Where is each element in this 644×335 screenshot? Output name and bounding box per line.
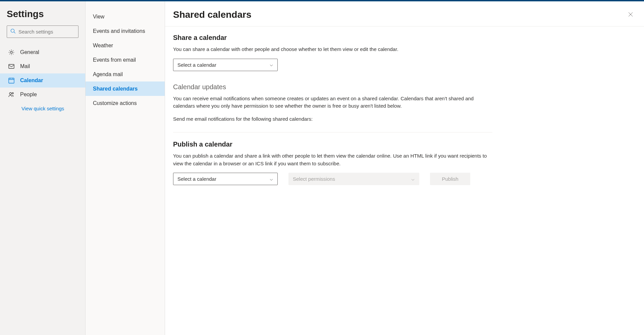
- close-button[interactable]: [625, 9, 636, 20]
- calendar-subnav: View Events and invitations Weather Even…: [86, 9, 165, 110]
- nav-people[interactable]: People: [0, 88, 85, 102]
- view-quick-settings-link[interactable]: View quick settings: [0, 102, 85, 115]
- subnav-customize-actions[interactable]: Customize actions: [86, 96, 165, 110]
- chevron-down-icon: [269, 177, 273, 181]
- dropdown-label: Select a calendar: [177, 176, 216, 182]
- subnav-label: Customize actions: [93, 100, 137, 106]
- dropdown-label: Select a calendar: [177, 62, 216, 68]
- share-calendar-section: Share a calendar You can share a calenda…: [173, 34, 492, 71]
- nav-calendar[interactable]: Calendar: [0, 73, 85, 88]
- subnav-events-invitations[interactable]: Events and invitations: [86, 24, 165, 38]
- dropdown-label: Select permissions: [293, 176, 335, 182]
- settings-app: Settings General Mail: [0, 1, 644, 335]
- nav-label: Calendar: [20, 77, 43, 83]
- search-icon: [10, 29, 18, 35]
- nav-label: People: [20, 92, 37, 98]
- publish-calendar-section: Publish a calendar You can publish a cal…: [173, 141, 492, 185]
- content-body: Share a calendar You can share a calenda…: [165, 26, 500, 205]
- calendar-icon: [8, 77, 15, 84]
- page-title: Shared calendars: [173, 9, 251, 20]
- publish-controls-row: Select a calendar Select permissions Pub…: [173, 173, 492, 185]
- subnav-label: Shared calendars: [93, 86, 138, 92]
- content-header: Shared calendars: [165, 1, 644, 26]
- gear-icon: [8, 49, 15, 56]
- subnav-weather[interactable]: Weather: [86, 38, 165, 53]
- svg-point-0: [10, 51, 12, 53]
- share-description: You can share a calendar with other peop…: [173, 46, 492, 53]
- subnav-label: Weather: [93, 43, 113, 49]
- publish-description: You can publish a calendar and share a l…: [173, 152, 492, 167]
- calendar-updates-section: Calendar updates You can receive email n…: [173, 83, 492, 123]
- subnav-label: Events from email: [93, 57, 136, 63]
- close-icon: [628, 12, 633, 18]
- settings-subnav-pane: View Events and invitations Weather Even…: [86, 1, 165, 335]
- subnav-label: View: [93, 14, 104, 20]
- updates-prompt: Send me email notifications for the foll…: [173, 115, 492, 123]
- settings-left-pane: Settings General Mail: [0, 1, 86, 335]
- settings-title: Settings: [0, 9, 85, 25]
- chevron-down-icon: [269, 63, 273, 67]
- settings-nav: General Mail Calendar People: [0, 45, 85, 102]
- settings-content-pane: Shared calendars Share a calendar You ca…: [165, 1, 644, 335]
- people-icon: [8, 91, 15, 98]
- updates-description: You can receive email notifications when…: [173, 95, 492, 110]
- svg-rect-1: [9, 64, 14, 68]
- nav-mail[interactable]: Mail: [0, 59, 85, 73]
- subnav-label: Events and invitations: [93, 28, 145, 34]
- mail-icon: [8, 63, 15, 70]
- subnav-label: Agenda mail: [93, 71, 123, 77]
- nav-label: General: [20, 49, 39, 55]
- section-divider: [173, 132, 492, 132]
- subnav-agenda-mail[interactable]: Agenda mail: [86, 67, 165, 81]
- publish-heading: Publish a calendar: [173, 141, 492, 148]
- nav-label: Mail: [20, 63, 30, 69]
- share-heading: Share a calendar: [173, 34, 492, 42]
- svg-rect-2: [9, 78, 14, 83]
- updates-heading: Calendar updates: [173, 83, 492, 91]
- chevron-down-icon: [411, 177, 415, 181]
- svg-point-4: [12, 93, 13, 94]
- subnav-events-from-email[interactable]: Events from email: [86, 53, 165, 67]
- search-settings-input[interactable]: [18, 29, 82, 35]
- publish-select-calendar-dropdown[interactable]: Select a calendar: [173, 173, 278, 185]
- subnav-shared-calendars[interactable]: Shared calendars: [86, 81, 165, 96]
- publish-button: Publish: [430, 173, 470, 185]
- share-select-calendar-dropdown[interactable]: Select a calendar: [173, 59, 278, 71]
- search-settings-box[interactable]: [7, 25, 78, 38]
- search-wrap: [0, 25, 85, 43]
- publish-select-permissions-dropdown: Select permissions: [288, 173, 419, 185]
- svg-point-3: [9, 93, 11, 95]
- subnav-view[interactable]: View: [86, 9, 165, 24]
- nav-general[interactable]: General: [0, 45, 85, 59]
